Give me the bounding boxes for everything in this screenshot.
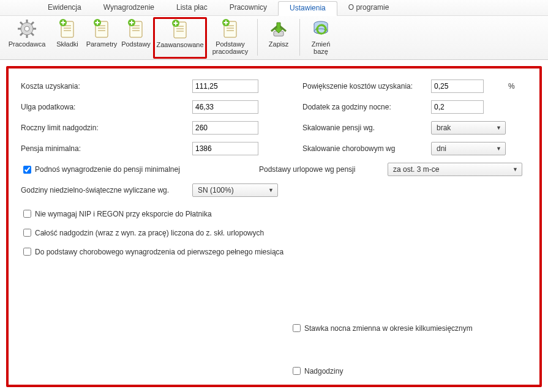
toolbar-label: Zapisz [269, 40, 288, 48]
toolbar-zapisz[interactable]: Zapisz [261, 17, 296, 49]
chevron-down-icon: ▼ [268, 187, 274, 193]
ribbon-toolbar: Pracodawca Składki Parametry Podstawy Za… [0, 16, 548, 60]
svg-line-7 [31, 33, 34, 35]
roczny-limit-input[interactable] [192, 121, 258, 135]
calosc-nadgodzin-label: Całość nadgodzin (wraz z wyn. za pracę) … [35, 229, 264, 237]
document-plus-icon [170, 19, 190, 40]
svg-point-1 [24, 26, 29, 31]
nadgodziny-label: Nadgodziny [304, 367, 343, 375]
podstawy-chor-label: Do podstawy chorobowego wynagrodzenia od… [35, 248, 283, 256]
menu-lista-plac[interactable]: Lista płac [165, 1, 219, 15]
powiekszenie-label: Powiększenie kosztów uzyskania: [290, 82, 431, 91]
podnos-checkbox[interactable] [23, 166, 31, 174]
toolbar-separator [299, 19, 300, 56]
stawka-nocna-checkbox-row[interactable]: Stawka nocna zmienna w okresie kilkumies… [290, 322, 473, 334]
menu-o-programie[interactable]: O programie [337, 1, 400, 15]
select-value: brak [437, 124, 451, 132]
stawka-nocna-label: Stawka nocna zmienna w okresie kilkumies… [304, 324, 473, 333]
nadgodziny-checkbox-row[interactable]: Nadgodziny [290, 365, 343, 377]
menu-ustawienia[interactable]: Ustawienia [278, 1, 337, 16]
settings-panel: Koszta uzyskania: Powiększenie kosztów u… [6, 66, 542, 387]
ulga-input[interactable] [192, 100, 258, 114]
database-refresh-icon [310, 18, 331, 39]
select-value: SN (100%) [198, 186, 234, 194]
toolbar-label: Pracodawca [9, 40, 46, 48]
document-plus-icon [57, 18, 78, 39]
toolbar-separator [257, 19, 258, 56]
toolbar-label: Zaawansowane [156, 41, 203, 48]
menu-bar: Ewidencja Wynagrodzenie Lista płac Praco… [0, 0, 548, 16]
save-icon [268, 18, 289, 39]
svg-line-8 [31, 22, 34, 24]
toolbar-zmien-baze[interactable]: Zmień bazę [304, 17, 338, 56]
calosc-nadgodzin-checkbox[interactable] [23, 229, 31, 237]
toolbar-label: Podstawy pracodawcy [208, 40, 253, 55]
skalowanie-pensji-select[interactable]: brak ▼ [431, 121, 506, 135]
toolbar-podstawy-pracodawcy[interactable]: Podstawy pracodawcy [207, 17, 253, 56]
godziny-sw-label: Godziny niedzielno-świąteczne wyliczane … [21, 186, 192, 194]
menu-pracownicy[interactable]: Pracownicy [219, 1, 278, 15]
koszta-uzyskania-label: Koszta uzyskania: [21, 82, 192, 91]
dodatek-input[interactable] [431, 100, 484, 114]
podstawy-url-label: Podstawy urlopowe wg pensji [247, 165, 388, 174]
podnos-label: Podnoś wynagrodzenie do pensji minimalne… [35, 165, 180, 174]
toolbar-label: Składki [56, 40, 78, 48]
toolbar-skladki[interactable]: Składki [50, 17, 84, 49]
svg-line-6 [20, 22, 23, 24]
select-value: dni [437, 144, 446, 153]
toolbar-podstawy[interactable]: Podstawy [119, 17, 153, 49]
stawka-nocna-checkbox[interactable] [293, 324, 301, 332]
skalowanie-chor-select[interactable]: dni ▼ [431, 142, 506, 155]
toolbar-label: Podstawy [121, 40, 151, 48]
document-plus-icon [91, 18, 112, 39]
podstawy-chor-checkbox[interactable] [23, 248, 31, 256]
gear-icon [17, 18, 37, 39]
powiekszenie-input[interactable] [431, 80, 484, 93]
toolbar-zaawansowane[interactable]: Zaawansowane [153, 17, 207, 59]
chevron-down-icon: ▼ [496, 146, 501, 152]
skalowanie-chor-label: Skalowanie chorobowym wg [290, 144, 431, 153]
document-plus-icon [220, 18, 241, 39]
ulga-label: Ulga podatkowa: [21, 103, 192, 111]
toolbar-parametry[interactable]: Parametry [84, 17, 119, 49]
menu-wynagrodzenie[interactable]: Wynagrodzenie [92, 1, 165, 15]
toolbar-label: Zmień bazę [304, 40, 337, 55]
podnos-checkbox-row[interactable]: Podnoś wynagrodzenie do pensji minimalne… [21, 164, 180, 176]
koszta-uzyskania-input[interactable] [192, 80, 258, 93]
select-value: za ost. 3 m-ce [393, 165, 439, 174]
nip-regon-checkbox[interactable] [23, 210, 31, 218]
pensja-min-input[interactable] [192, 142, 258, 155]
document-plus-icon [126, 18, 146, 39]
toolbar-pracodawca[interactable]: Pracodawca [4, 17, 50, 49]
chevron-down-icon: ▼ [512, 166, 518, 172]
menu-ewidencja[interactable]: Ewidencja [37, 1, 92, 15]
skalowanie-pensji-label: Skalowanie pensji wg. [290, 124, 431, 132]
podstawy-url-select[interactable]: za ost. 3 m-ce ▼ [388, 163, 522, 176]
roczny-limit-label: Roczny limit nadgodzin: [21, 124, 192, 132]
godziny-sw-select[interactable]: SN (100%) ▼ [192, 183, 278, 197]
dodatek-label: Dodatek za godziny nocne: [290, 103, 431, 111]
toolbar-label: Parametry [86, 40, 118, 48]
nip-regon-label: Nie wymagaj NIP i REGON przy eksporcie d… [35, 210, 212, 218]
svg-line-9 [20, 33, 23, 35]
pensja-min-label: Pensja minimalna: [21, 144, 192, 153]
nadgodziny-checkbox[interactable] [293, 367, 301, 375]
calosc-nadgodzin-checkbox-row[interactable]: Całość nadgodzin (wraz z wyn. za pracę) … [21, 227, 522, 239]
percent-sign: % [508, 82, 515, 91]
podstawy-chor-checkbox-row[interactable]: Do podstawy chorobowego wynagrodzenia od… [21, 246, 522, 257]
chevron-down-icon: ▼ [496, 125, 501, 131]
nip-regon-checkbox-row[interactable]: Nie wymagaj NIP i REGON przy eksporcie d… [21, 208, 522, 220]
